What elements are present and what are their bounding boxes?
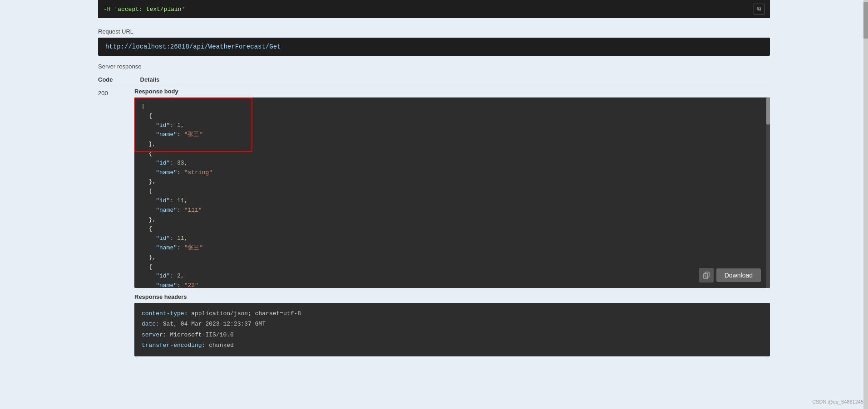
content-area: Request URL http://localhost:26818/api/W…: [98, 18, 770, 361]
header-line-3: server: Microsoft-IIS/10.0: [142, 330, 763, 340]
scrollbar-track[interactable]: [766, 97, 770, 288]
code-header: Code: [98, 76, 113, 83]
download-button[interactable]: Download: [716, 268, 761, 282]
header-line-1: content-type: application/json; charset=…: [142, 308, 763, 319]
csdn-watermark: CSDN @qq_54861245: [812, 399, 863, 404]
response-body-content[interactable]: [ { "id": 1, "name": "张三" }, { "id": 33,…: [134, 97, 770, 288]
header-line-4: transfer-encoding: chunked: [142, 340, 763, 351]
server-response-label: Server response: [98, 63, 770, 70]
page-scrollbar-thumb[interactable]: [863, 2, 868, 39]
page-scrollbar[interactable]: [863, 0, 868, 409]
download-btn-area: Download: [699, 268, 761, 282]
response-headers-box: content-type: application/json; charset=…: [134, 303, 770, 356]
response-body-label: Response body: [134, 88, 770, 95]
response-row-200: 200 Response body [ { "id": 1, "name": "…: [98, 88, 770, 356]
curl-bar: -H 'accept: text/plain' ⧉: [98, 0, 770, 18]
header-line-2: date: Sat, 04 Mar 2023 12:23:37 GMT: [142, 319, 763, 329]
copy-curl-button[interactable]: ⧉: [754, 4, 764, 15]
svg-rect-0: [704, 273, 708, 278]
details-header: Details: [140, 76, 160, 83]
svg-rect-1: [705, 272, 709, 277]
copy-response-icon[interactable]: [699, 268, 714, 282]
response-body-container: [ { "id": 1, "name": "张三" }, { "id": 33,…: [134, 97, 770, 288]
response-details: Response body [ { "id": 1, "name": "张三" …: [134, 88, 770, 356]
scrollbar-thumb[interactable]: [766, 97, 770, 125]
response-headers-label: Response headers: [134, 293, 770, 300]
response-table-header: Code Details: [98, 74, 770, 85]
page-container: -H 'accept: text/plain' ⧉ Request URL ht…: [0, 0, 868, 370]
curl-text: -H 'accept: text/plain': [104, 6, 185, 13]
response-code: 200: [98, 88, 134, 97]
request-url-label: Request URL: [98, 28, 770, 35]
request-url-value: http://localhost:26818/api/WeatherForeca…: [98, 38, 770, 56]
